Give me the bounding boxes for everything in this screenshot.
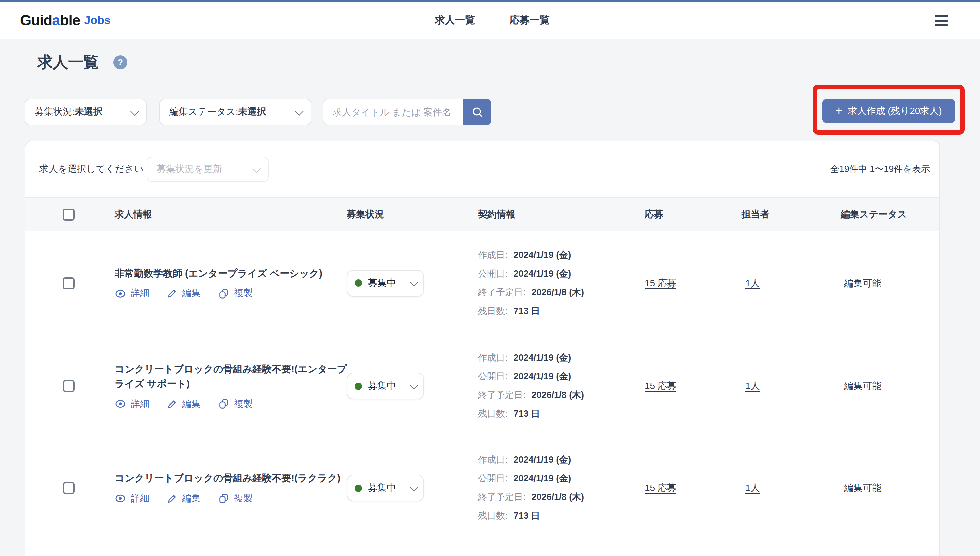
duplicate-link[interactable]: 複製 [218, 288, 253, 300]
edit-link[interactable]: 編集 [167, 398, 201, 410]
days-left-label: 残日数: [478, 510, 508, 522]
bulk-status-update-select[interactable]: 募集状況を更新 [147, 157, 269, 182]
header-edit-status: 編集ステータス [841, 208, 907, 220]
help-icon[interactable]: ? [113, 55, 128, 70]
duplicate-link[interactable]: 複製 [218, 493, 253, 505]
page-header: 求人一覧 ? [37, 52, 128, 73]
nav-item-application-list[interactable]: 応募一覧 [510, 14, 550, 27]
row-actions: 詳細 編集 複製 [115, 398, 349, 410]
chevron-down-icon [295, 107, 304, 115]
search-icon [471, 106, 483, 118]
recruit-status-select[interactable]: 募集中 [347, 373, 424, 399]
copy-icon [218, 288, 229, 299]
days-left-value: 713 日 [513, 510, 540, 522]
table-row: コンクリートブロックの骨組み経験不要!(ラクラク) 詳細 編集 複製 [25, 437, 939, 539]
applications-link[interactable]: 15 応募 [645, 482, 676, 493]
row-checkbox[interactable] [63, 277, 75, 289]
contract-info: 作成日:2024/1/19 (金) [478, 552, 571, 556]
page-title: 求人一覧 [37, 52, 98, 73]
recruit-status-filter-select[interactable]: 募集状況:未選択 [25, 99, 147, 125]
detail-link[interactable]: 詳細 [115, 493, 149, 505]
status-label: 募集中 [368, 380, 404, 392]
status-dot-icon [355, 279, 362, 287]
row-checkbox[interactable] [63, 482, 75, 494]
assignee-link[interactable]: 1人 [745, 482, 760, 493]
applications-link[interactable]: 15 応募 [645, 380, 676, 391]
days-left-label: 残日数: [478, 305, 508, 317]
applications-link[interactable]: 15 応募 [645, 277, 676, 288]
create-job-label: 求人作成 (残り20求人) [848, 105, 942, 117]
recruit-status-select[interactable]: 募集中 [347, 270, 424, 296]
duplicate-link[interactable]: 複製 [218, 398, 253, 410]
menu-bar [935, 15, 948, 17]
eye-icon [115, 288, 126, 299]
created-value: 2024/1/19 (金) [513, 352, 572, 364]
header-contract-info: 契約情報 [478, 208, 515, 220]
row-checkbox[interactable] [63, 380, 75, 392]
contract-info: 作成日:2024/1/19 (金) 公開日:2024/1/19 (金) 終了予定… [478, 349, 584, 423]
filter-value: 未選択 [238, 106, 266, 118]
end-date-label: 終了予定日: [478, 390, 526, 401]
logo-text: Guidable [20, 12, 80, 29]
nav-item-job-list[interactable]: 求人一覧 [435, 14, 475, 27]
published-label: 公開日: [478, 473, 508, 485]
search-input[interactable] [323, 99, 463, 125]
table-row: コンクリートブロックの骨組み経験不要!(エンタープライズ サポート) 詳細 編集… [25, 335, 939, 437]
plus-icon: + [835, 104, 842, 116]
contract-info: 作成日:2024/1/19 (金) 公開日:2024/1/19 (金) 終了予定… [478, 451, 584, 525]
logo-suffix: Jobs [84, 14, 110, 27]
table-header-row: 求人情報 募集状況 契約情報 応募 担当者 編集ステータス [25, 197, 939, 231]
recruit-status-select[interactable]: 募集中 [347, 475, 424, 501]
edit-link[interactable]: 編集 [167, 493, 201, 505]
edit-status-value: 編集可能 [844, 482, 882, 493]
days-left-label: 残日数: [478, 408, 508, 420]
search-group [323, 99, 491, 125]
header-job-info: 求人情報 [115, 208, 152, 220]
eye-icon [115, 398, 126, 410]
menu-bar [935, 19, 948, 21]
end-date-label: 終了予定日: [478, 286, 526, 298]
days-left-value: 713 日 [513, 305, 540, 317]
created-value: 2024/1/19 (金) [513, 249, 572, 261]
published-value: 2024/1/19 (金) [513, 473, 572, 485]
table-body: 非常勤数学教師 (エンタープライズ ベーシック) 詳細 編集 複製 募 [25, 231, 939, 556]
edit-link[interactable]: 編集 [167, 288, 201, 300]
filter-value: 未選択 [75, 106, 103, 118]
top-navigation-bar: Guidable Jobs 求人一覧 応募一覧 [0, 2, 980, 39]
end-date-value: 2026/1/8 (木) [532, 286, 584, 298]
job-list-card: 求人を選択してください 募集状況を更新 全19件中 1〜19件を表示 求人情報 … [25, 141, 940, 556]
chevron-down-icon [410, 381, 418, 389]
assignee-link[interactable]: 1人 [745, 380, 760, 391]
status-label: 募集中 [368, 482, 404, 494]
filter-label: 募集状況: [35, 106, 75, 118]
published-value: 2024/1/19 (金) [513, 371, 572, 383]
detail-link[interactable]: 詳細 [115, 288, 149, 300]
menu-icon[interactable] [932, 12, 951, 29]
assignee-link[interactable]: 1人 [745, 277, 760, 288]
header-recruit-status: 募集状況 [347, 208, 384, 220]
eye-icon [115, 493, 126, 504]
end-date-value: 2026/1/8 (木) [532, 491, 584, 503]
filter-label: 編集ステータス: [170, 106, 238, 118]
published-value: 2024/1/19 (金) [513, 268, 572, 280]
pencil-icon [167, 399, 178, 409]
edit-status-filter-select[interactable]: 編集ステータス:未選択 [159, 99, 312, 125]
copy-icon [218, 398, 229, 410]
pencil-icon [167, 493, 178, 504]
end-date-label: 終了予定日: [478, 491, 526, 503]
select-all-checkbox[interactable] [63, 208, 75, 220]
detail-link[interactable]: 詳細 [115, 398, 149, 410]
created-label: 作成日: [478, 249, 508, 261]
guidable-jobs-logo[interactable]: Guidable Jobs [20, 2, 111, 39]
job-title: 非常勤数学教師 (エンタープライズ ベーシック) [115, 266, 349, 281]
chevron-down-icon [410, 278, 418, 286]
job-title: コンクリートブロックの骨組み経験不要!(ラクラク) [115, 471, 349, 486]
search-button[interactable] [463, 99, 491, 125]
table-row: 作成日:2024/1/19 (金) [25, 539, 939, 556]
table-row: 非常勤数学教師 (エンタープライズ ベーシック) 詳細 編集 複製 募 [25, 231, 939, 335]
menu-bar [935, 24, 948, 26]
create-job-button[interactable]: + 求人作成 (残り20求人) [822, 99, 955, 123]
published-label: 公開日: [478, 371, 508, 383]
bulk-select-placeholder: 募集状況を更新 [157, 163, 222, 175]
chevron-down-icon [252, 164, 261, 172]
